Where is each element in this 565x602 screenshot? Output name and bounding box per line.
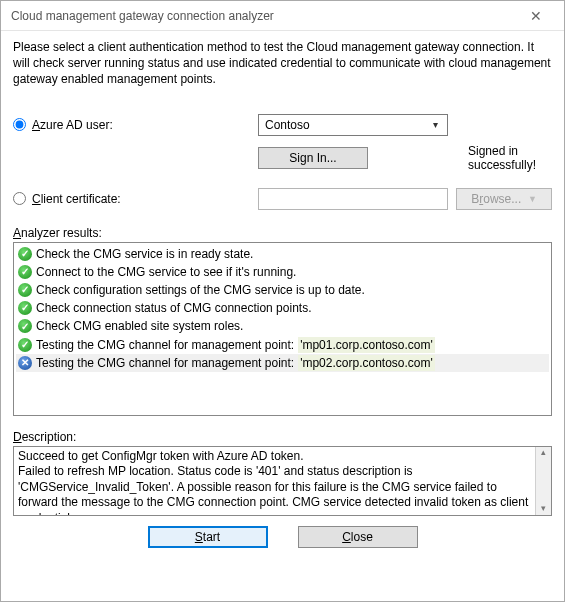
result-text: Check CMG enabled site system roles. bbox=[36, 318, 243, 334]
result-text: Testing the CMG channel for management p… bbox=[36, 355, 294, 371]
window-title: Cloud management gateway connection anal… bbox=[11, 9, 516, 23]
signin-row: Sign In... Signed in successfully! bbox=[13, 144, 552, 172]
result-text: Check the CMG service is in ready state. bbox=[36, 246, 253, 262]
result-text: Connect to the CMG service to see if it'… bbox=[36, 264, 296, 280]
azure-ad-row: Azure AD user: Contoso ▾ bbox=[13, 114, 552, 136]
check-icon: ✓ bbox=[18, 247, 32, 261]
check-icon: ✓ bbox=[18, 338, 32, 352]
results-label: Analyzer results: bbox=[13, 226, 552, 240]
signin-status: Signed in successfully! bbox=[468, 144, 552, 172]
result-item[interactable]: ✓Check CMG enabled site system roles. bbox=[16, 317, 549, 335]
description-text: Succeed to get ConfigMgr token with Azur… bbox=[18, 449, 547, 516]
description-box[interactable]: Succeed to get ConfigMgr token with Azur… bbox=[13, 446, 552, 516]
result-item[interactable]: ✕Testing the CMG channel for management … bbox=[16, 354, 549, 372]
client-cert-radio[interactable] bbox=[13, 192, 26, 205]
title-bar: Cloud management gateway connection anal… bbox=[1, 1, 564, 31]
chevron-down-icon: ▼ bbox=[528, 194, 537, 204]
error-icon: ✕ bbox=[18, 356, 32, 370]
tenant-combo-value: Contoso bbox=[265, 118, 310, 132]
management-point: 'mp02.corp.contoso.com' bbox=[298, 355, 435, 371]
check-icon: ✓ bbox=[18, 265, 32, 279]
check-icon: ✓ bbox=[18, 301, 32, 315]
result-text: Check connection status of CMG connectio… bbox=[36, 300, 311, 316]
start-button[interactable]: Start bbox=[148, 526, 268, 548]
result-text: Testing the CMG channel for management p… bbox=[36, 337, 294, 353]
dialog-window: Cloud management gateway connection anal… bbox=[0, 0, 565, 602]
scroll-up-icon[interactable]: ▴ bbox=[541, 447, 546, 459]
azure-ad-label[interactable]: Azure AD user: bbox=[32, 118, 113, 132]
dialog-footer: Start Close bbox=[13, 516, 552, 552]
tenant-combo[interactable]: Contoso ▾ bbox=[258, 114, 448, 136]
result-item[interactable]: ✓Connect to the CMG service to see if it… bbox=[16, 263, 549, 281]
intro-text: Please select a client authentication me… bbox=[13, 39, 552, 88]
client-cert-label[interactable]: Client certificate: bbox=[32, 192, 121, 206]
client-cert-row: Client certificate: Browse... ▼ bbox=[13, 188, 552, 210]
description-label: Description: bbox=[13, 430, 552, 444]
result-item[interactable]: ✓Check the CMG service is in ready state… bbox=[16, 245, 549, 263]
result-item[interactable]: ✓Check connection status of CMG connecti… bbox=[16, 299, 549, 317]
scrollbar[interactable]: ▴ ▾ bbox=[535, 447, 551, 515]
check-icon: ✓ bbox=[18, 319, 32, 333]
close-icon[interactable]: ✕ bbox=[516, 2, 556, 30]
sign-in-button[interactable]: Sign In... bbox=[258, 147, 368, 169]
chevron-down-icon: ▾ bbox=[427, 119, 443, 130]
close-button[interactable]: Close bbox=[298, 526, 418, 548]
result-item[interactable]: ✓Testing the CMG channel for management … bbox=[16, 336, 549, 354]
result-item[interactable]: ✓Check configuration settings of the CMG… bbox=[16, 281, 549, 299]
dialog-content: Please select a client authentication me… bbox=[1, 31, 564, 601]
scroll-down-icon[interactable]: ▾ bbox=[541, 503, 546, 515]
management-point: 'mp01.corp.contoso.com' bbox=[298, 337, 435, 353]
azure-ad-radio[interactable] bbox=[13, 118, 26, 131]
cert-path-field bbox=[258, 188, 448, 210]
browse-button: Browse... ▼ bbox=[456, 188, 552, 210]
results-list[interactable]: ✓Check the CMG service is in ready state… bbox=[13, 242, 552, 416]
result-text: Check configuration settings of the CMG … bbox=[36, 282, 365, 298]
check-icon: ✓ bbox=[18, 283, 32, 297]
